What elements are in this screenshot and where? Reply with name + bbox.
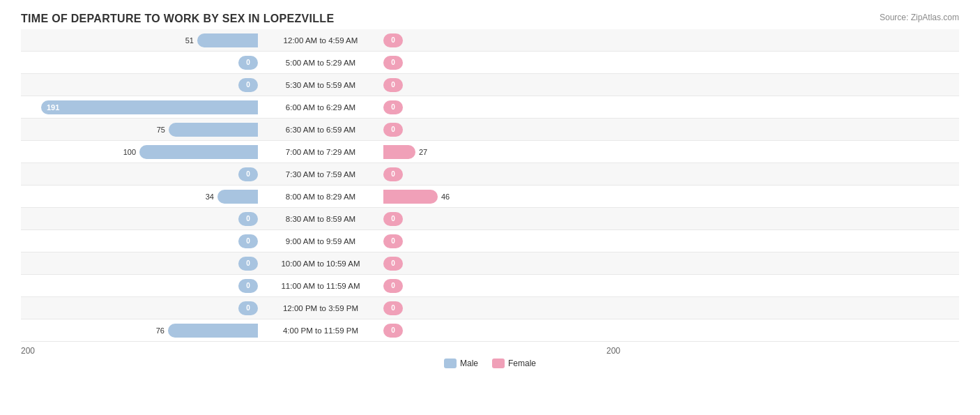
table-row: 010:00 AM to 10:59 AM0 [21,252,959,275]
axis-right-label: 200 [383,346,620,356]
female-bar: 0 [383,257,403,271]
male-bar: 0 [238,167,258,181]
table-row: 05:30 AM to 5:59 AM0 [21,74,959,96]
time-label-section: 6:30 AM to 6:59 AM [258,126,383,134]
female-bar: 0 [383,234,403,248]
time-label-section: 7:00 AM to 7:29 AM [258,148,383,156]
table-row: 07:30 AM to 7:59 AM0 [21,163,959,186]
left-section: 0 [21,275,258,296]
male-value: 34 [197,193,214,201]
right-section: 0 [383,29,620,51]
male-bar [217,190,258,204]
left-section: 0 [21,252,258,274]
female-bar [383,145,415,159]
female-bar: 0 [383,301,403,315]
right-section: 0 [383,74,620,96]
table-row: 1916:00 AM to 6:29 AM0 [21,96,959,119]
male-bar: 191 [41,100,258,114]
table-row: 756:30 AM to 6:59 AM0 [21,119,959,141]
legend-female: Female [492,359,536,368]
left-section: 0 [21,208,258,229]
female-bar: 0 [383,33,403,47]
right-section: 46 [383,186,620,207]
female-bar [383,190,438,204]
right-section: 0 [383,275,620,296]
male-bar: 0 [238,234,258,248]
right-section: 0 [383,119,620,140]
table-row: 348:00 AM to 8:29 AM46 [21,186,959,208]
male-swatch [444,359,457,368]
female-value: 27 [419,148,427,156]
left-section: 191 [21,96,258,118]
chart-title: TIME OF DEPARTURE TO WORK BY SEX IN LOPE… [21,13,959,25]
left-section: 0 [21,230,258,252]
chart-rows: 5112:00 AM to 4:59 AM005:00 AM to 5:29 A… [21,29,959,342]
right-section: 0 [383,163,620,185]
right-section: 0 [383,230,620,252]
time-label-section: 4:00 PM to 11:59 PM [258,326,383,335]
female-legend-label: Female [508,359,536,368]
male-bar: 0 [238,301,258,315]
time-label-section: 6:00 AM to 6:29 AM [258,103,383,112]
table-row: 5112:00 AM to 4:59 AM0 [21,29,959,52]
male-value: 100 [119,148,136,156]
left-section: 34 [21,186,258,207]
table-row: 011:00 AM to 11:59 AM0 [21,275,959,297]
male-legend-label: Male [460,359,478,368]
table-row: 09:00 AM to 9:59 AM0 [21,230,959,252]
female-bar: 0 [383,324,403,338]
left-section: 75 [21,119,258,140]
male-bar: 0 [238,78,258,92]
right-section: 0 [383,52,620,73]
right-section: 0 [383,96,620,118]
right-section: 0 [383,297,620,319]
male-bar [168,324,258,338]
female-swatch [492,359,505,368]
female-bar: 0 [383,100,403,114]
time-label-section: 7:30 AM to 7:59 AM [258,170,383,179]
right-section: 0 [383,319,620,341]
male-value: 75 [148,126,165,134]
male-value: 76 [148,326,164,335]
table-row: 05:00 AM to 5:29 AM0 [21,52,959,74]
right-section: 0 [383,208,620,229]
right-section: 27 [383,141,620,163]
left-section: 51 [21,29,258,51]
female-bar: 0 [383,279,403,293]
left-section: 0 [21,52,258,73]
male-bar [169,123,258,137]
left-section: 0 [21,297,258,319]
time-label-section: 8:30 AM to 8:59 AM [258,215,383,223]
male-bar: 0 [238,56,258,70]
table-row: 1007:00 AM to 7:29 AM27 [21,141,959,163]
legend-male: Male [444,359,478,368]
male-bar: 0 [238,257,258,271]
time-label-section: 8:00 AM to 8:29 AM [258,193,383,201]
chart-container: TIME OF DEPARTURE TO WORK BY SEX IN LOPE… [0,0,980,415]
time-label-section: 11:00 AM to 11:59 AM [258,282,383,290]
table-row: 08:30 AM to 8:59 AM0 [21,208,959,230]
female-bar: 0 [383,167,403,181]
male-value: 51 [177,36,194,45]
time-label-section: 12:00 AM to 4:59 AM [258,36,383,45]
male-bar: 0 [238,212,258,226]
table-row: 012:00 PM to 3:59 PM0 [21,297,959,319]
time-label-section: 10:00 AM to 10:59 AM [258,259,383,268]
left-section: 0 [21,163,258,185]
female-bar: 0 [383,56,403,70]
left-section: 76 [21,319,258,341]
male-bar [197,33,258,47]
left-section: 100 [21,141,258,163]
male-bar [139,145,258,159]
time-label-section: 9:00 AM to 9:59 AM [258,237,383,246]
source-label: Source: ZipAtlas.com [880,13,959,22]
female-bar: 0 [383,78,403,92]
time-label-section: 5:00 AM to 5:29 AM [258,59,383,67]
female-value: 46 [441,193,450,201]
time-label-section: 12:00 PM to 3:59 PM [258,304,383,312]
table-row: 764:00 PM to 11:59 PM0 [21,319,959,342]
female-bar: 0 [383,123,403,137]
legend: Male Female [21,359,959,368]
left-section: 0 [21,74,258,96]
axis-left-label: 200 [21,346,258,356]
